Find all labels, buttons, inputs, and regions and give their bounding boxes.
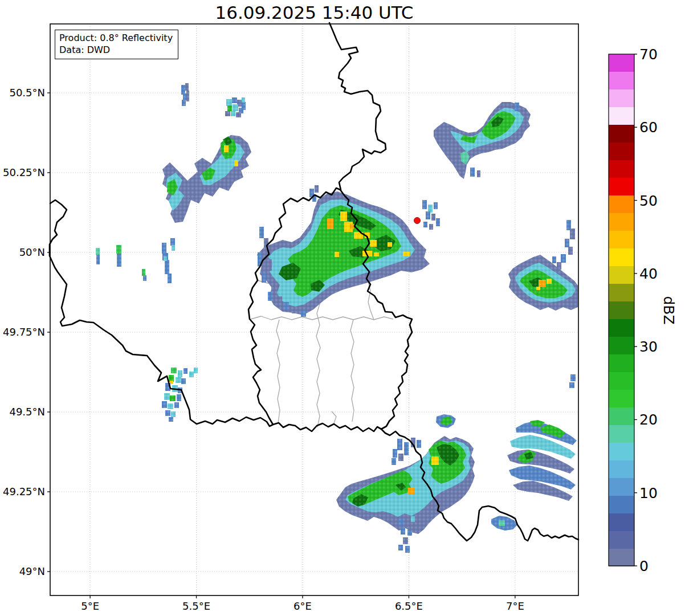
lat-tick-label: 49.25°N bbox=[3, 486, 45, 497]
colorbar-segment bbox=[609, 72, 634, 89]
colorbar-segment bbox=[609, 266, 634, 284]
radar-echo-layer bbox=[96, 83, 578, 553]
lon-tick-label: 6.5°E bbox=[395, 600, 423, 612]
colorbar-segment bbox=[609, 195, 634, 213]
colorbar-segment bbox=[609, 178, 634, 195]
colorbar-segment bbox=[609, 89, 634, 107]
colorbar-segment bbox=[609, 460, 634, 478]
colorbar-segment bbox=[609, 125, 634, 142]
admin-border-line bbox=[276, 320, 280, 423]
colorbar-segment bbox=[609, 407, 634, 425]
colorbar-segment bbox=[609, 142, 634, 160]
lat-tick-label: 50.5°N bbox=[9, 87, 45, 99]
radar-figure: 50.5°N50.25°N50°N49.75°N49.5°N49.25°N49°… bbox=[0, 0, 685, 616]
lat-tick-label: 49°N bbox=[19, 565, 45, 577]
lon-tick-label: 6°E bbox=[293, 600, 312, 612]
radar-texture-overlay bbox=[50, 24, 578, 595]
colorbar-segment bbox=[609, 301, 634, 319]
colorbar-segment bbox=[609, 513, 634, 531]
colorbar-tick-label: 0 bbox=[639, 558, 649, 574]
colorbar-segment bbox=[609, 231, 634, 248]
admin-border-line bbox=[251, 316, 393, 320]
colorbar-segment bbox=[609, 213, 634, 231]
data-source-line: Data: DWD bbox=[59, 44, 173, 56]
colorbar-segment bbox=[609, 548, 634, 566]
lat-tick-label: 49.5°N bbox=[9, 406, 45, 418]
colorbar-segment bbox=[609, 372, 634, 389]
national-border-line bbox=[50, 200, 273, 426]
map-canvas: 50.5°N50.25°N50°N49.75°N49.5°N49.25°N49°… bbox=[0, 0, 685, 616]
colorbar-tick-label: 60 bbox=[639, 119, 658, 136]
lat-tick-label: 50°N bbox=[19, 246, 45, 258]
colorbar-segment bbox=[609, 248, 634, 266]
figure-title: 16.09.2025 15:40 UTC bbox=[50, 2, 578, 23]
lat-tick-label: 49.75°N bbox=[3, 326, 45, 338]
colorbar-segment bbox=[609, 495, 634, 513]
colorbar-segment bbox=[609, 107, 634, 125]
lat-tick-label: 50.25°N bbox=[3, 166, 45, 178]
colorbar-segment bbox=[609, 354, 634, 372]
colorbar: 706050403020100 bbox=[609, 46, 658, 574]
colorbar-segment bbox=[609, 389, 634, 407]
admin-border-line bbox=[350, 320, 354, 422]
colorbar-tick-label: 30 bbox=[639, 338, 658, 355]
product-line: Product: 0.8° Reflectivity bbox=[59, 32, 173, 44]
colorbar-segment bbox=[609, 54, 634, 72]
colorbar-tick-label: 10 bbox=[639, 485, 658, 501]
lon-tick-label: 5.5°E bbox=[182, 600, 210, 612]
national-border-line bbox=[329, 23, 386, 190]
colorbar-unit-label: dBZ bbox=[660, 296, 677, 324]
lon-tick-label: 7°E bbox=[506, 600, 524, 612]
colorbar-segment bbox=[609, 319, 634, 336]
axis-ticks-layer: 50.5°N50.25°N50°N49.75°N49.5°N49.25°N49°… bbox=[3, 87, 524, 612]
colorbar-segment bbox=[609, 284, 634, 301]
colorbar-tick-label: 40 bbox=[639, 266, 658, 282]
location-marker bbox=[414, 218, 421, 224]
colorbar-segment bbox=[609, 531, 634, 548]
lon-tick-label: 5°E bbox=[81, 600, 99, 612]
colorbar-segment bbox=[609, 425, 634, 442]
admin-border-line bbox=[332, 411, 336, 423]
colorbar-segment bbox=[609, 442, 634, 460]
colorbar-segment bbox=[609, 160, 634, 178]
colorbar-tick-label: 50 bbox=[639, 193, 658, 209]
colorbar-segment bbox=[609, 336, 634, 354]
colorbar-tick-label: 70 bbox=[639, 46, 658, 63]
product-info-box: Product: 0.8° Reflectivity Data: DWD bbox=[55, 30, 178, 59]
colorbar-tick-label: 20 bbox=[639, 411, 658, 428]
colorbar-segment bbox=[609, 478, 634, 495]
